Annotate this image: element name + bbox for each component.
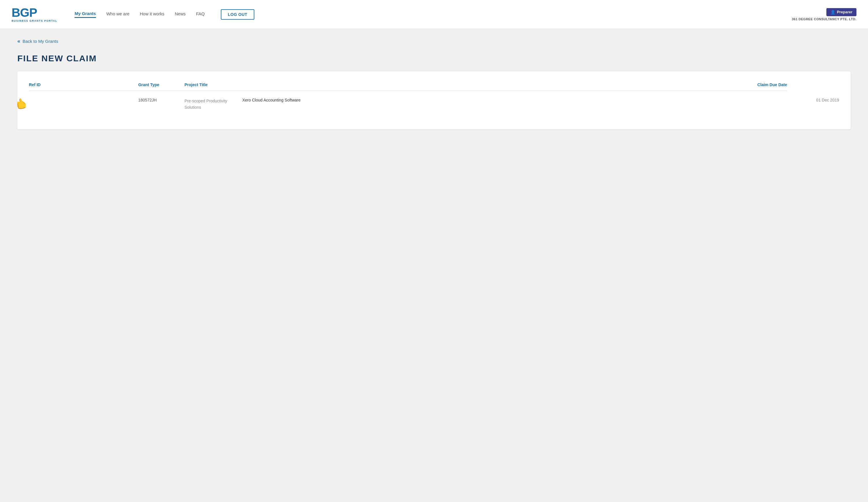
user-area: 👤 Preparer 361 DEGREE CONSULTANCY PTE. L… [792,8,856,21]
main-content: « Back to My Grants FILE NEW CLAIM Ref I… [0,29,868,147]
preparer-badge: 👤 Preparer [826,8,856,16]
claims-table: Ref ID Grant Type Project Title Claim Du… [29,80,839,118]
page-title: FILE NEW CLAIM [17,53,851,63]
person-icon: 👤 [830,10,835,14]
nav-how-it-works[interactable]: How it works [140,11,164,17]
main-nav: My Grants Who we are How it works News F… [75,9,785,20]
cell-ref-id: 180572JH [138,91,184,118]
back-chevrons-icon: « [17,38,20,44]
nav-who-we-are[interactable]: Who we are [106,11,130,17]
table-header: Ref ID Grant Type Project Title Claim Du… [29,80,839,91]
back-link[interactable]: « Back to My Grants [17,38,851,44]
preparer-label: Preparer [837,10,852,14]
cell-grant-type: Pre-scoped Productivity Solutions [184,91,242,118]
back-link-label: Back to My Grants [22,39,58,44]
table-card: Ref ID Grant Type Project Title Claim Du… [17,71,851,129]
cell-project-title: Xero Cloud Accounting Software [242,91,787,118]
cursor-pointer-icon: 👈 [17,97,27,111]
table-row[interactable]: 👈 180572JH Pre-scoped Productivity Solut… [29,91,839,118]
nav-my-grants[interactable]: My Grants [75,11,96,18]
col-project-title: Project Title [184,80,242,91]
col-ref-id: Ref ID [29,80,138,91]
col-claim-due-date: Claim Due Date [242,80,787,91]
table-body: 👈 180572JH Pre-scoped Productivity Solut… [29,91,839,118]
logo-area: BGP BUSINESS GRANTS PORTAL [12,7,57,22]
cell-claim-due-date: 01 Dec 2019 [787,91,839,118]
header: BGP BUSINESS GRANTS PORTAL My Grants Who… [0,0,868,29]
logout-button[interactable]: LOG OUT [221,9,254,20]
company-name: 361 DEGREE CONSULTANCY PTE. LTD. [792,17,856,21]
nav-faq[interactable]: FAQ [196,11,205,17]
nav-news[interactable]: News [175,11,186,17]
col-grant-type: Grant Type [138,80,184,91]
logo-subtitle: BUSINESS GRANTS PORTAL [12,19,57,22]
logo-text: BGP [12,7,37,19]
